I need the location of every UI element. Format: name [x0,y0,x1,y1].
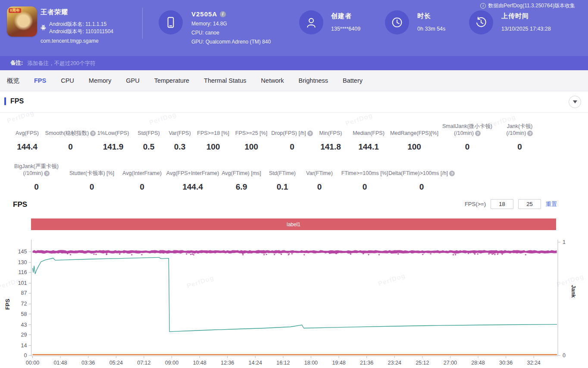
stat-1-low-fps: 1%Low(FPS)141.9 [93,130,133,152]
stat-value: 0 [363,182,367,192]
collapse-button[interactable] [569,96,581,108]
duration-label: 时长 [417,12,445,20]
stat-value: 141.9 [103,142,124,152]
creator-value: 135****6409 [331,26,360,32]
chevron-down-icon [573,100,577,103]
help-icon[interactable]: ? [307,131,313,136]
stat-value: 0 [140,182,144,192]
svg-text:145: 145 [18,249,27,255]
stat-value: 144.4 [17,142,38,152]
stat-value: 0.1 [277,182,288,192]
tab-battery[interactable]: Battery [343,77,363,84]
remark-input[interactable] [27,60,286,66]
svg-text:30:36: 30:36 [499,360,513,366]
device-model: V2505A [191,10,217,18]
device-icon [159,10,183,34]
tab-thermal-status[interactable]: Thermal Status [204,77,246,84]
help-icon[interactable]: ? [527,131,533,136]
stat-value: 144.1 [358,142,379,152]
stat-label: (/10min) [454,130,474,137]
tab-gpu[interactable]: GPU [126,77,139,84]
svg-text:58: 58 [21,311,27,317]
stat-value: 0 [419,182,424,192]
svg-text:72: 72 [21,301,27,307]
stat-value: 141.8 [320,142,341,152]
stat-min-fps: Min(FPS)141.8 [313,130,349,152]
stat-smalljank-微小卡顿: SmallJank(微小卡顿)(/10min)?0 [440,123,494,152]
help-icon[interactable]: ? [449,171,455,176]
header-divider [142,8,143,39]
svg-text:16:12: 16:12 [276,360,290,366]
help-icon[interactable]: ? [44,171,50,176]
creator-label: 创建者 [331,12,360,20]
stat-value: 100 [244,142,258,152]
stat-drop-fps-h: Drop(FPS) [/h]?0 [272,130,313,152]
stat-fps-25: FPS>=25 [%]100 [231,130,272,152]
stat-label: (/10min) [507,130,526,137]
stat-label: Drop(FPS) [/h] [271,130,306,137]
stat-label: MedRange(FPS)[%] [390,130,438,137]
reset-link[interactable]: 重置 [546,200,557,208]
tab-cpu[interactable]: CPU [61,77,74,84]
svg-text:10:48: 10:48 [193,360,206,366]
svg-text:14:24: 14:24 [249,360,262,366]
annotation-label-text: label1 [287,221,300,228]
svg-text:FPS: FPS [4,299,11,310]
fps-stats-row-1: Avg(FPS)144.4Smooth(稳帧指数)?01%Low(FPS)141… [6,119,545,152]
report-header: i 数据由PerfDog(11.3.250764)版本收集 8周年 王者荣耀 [0,0,588,56]
stat-avg-ftime-ms: Avg(FTime) [ms]6.9 [219,170,264,192]
stat-label: Avg(InterFrame) [122,170,162,177]
fps-chart[interactable]: 01429435872871011161301450100:0001:4803:… [0,236,588,368]
svg-text:28:48: 28:48 [471,360,485,366]
threshold-low-input[interactable] [491,199,513,209]
stat-label: (/10min) [23,170,43,177]
android-version-name: Android版本名: 11.1.1.15 [49,21,113,28]
chart-title: FPS [13,200,27,209]
stat-label: Avg(FPS) [16,130,39,137]
remark-bar: 备注: [0,56,588,70]
svg-text:23:24: 23:24 [388,360,401,366]
stat-label: Smooth(稳帧指数) [45,130,89,137]
svg-text:25:12: 25:12 [416,360,429,366]
tab-network[interactable]: Network [261,77,284,84]
duration-value: 0h 33m 54s [417,26,445,32]
stat-stutter-卡顿率: Stutter(卡顿率) [%]0 [66,170,117,192]
svg-text:14: 14 [21,343,27,349]
android-icon [41,24,46,32]
annotation-label-bar: label1 [31,218,556,230]
fps-threshold-controls: FPS(>=) 重置 [465,199,557,209]
stat-label: FPS>=18 [%] [197,130,229,137]
stat-label: Var(FPS) [169,130,191,137]
device-info-icon[interactable]: i [220,11,226,17]
svg-text:01:48: 01:48 [53,360,67,366]
upload-time-icon [469,10,493,34]
stat-value: 0 [68,142,73,152]
game-icon: 8周年 [7,6,37,37]
tab-temperature[interactable]: Temperature [154,77,189,84]
duration-icon [385,10,409,34]
threshold-high-input[interactable] [518,199,541,209]
upload-time-value: 13/10/2025 17:43:28 [501,26,551,32]
stat-value: 0 [34,182,39,192]
svg-text:21:36: 21:36 [360,360,373,366]
stat-var-ftime: Var(FTime)0 [300,170,338,192]
stat-label: Min(FPS) [319,130,342,137]
tab-概览[interactable]: 概览 [7,77,19,85]
stat-label: SmallJank(微小卡顿) [442,123,492,130]
svg-text:05:24: 05:24 [109,360,123,366]
upload-time-label: 上传时间 [501,12,551,20]
svg-text:0: 0 [24,352,27,359]
stat-value: 0.5 [143,142,154,152]
device-memory: Memory: 14.8G [191,21,271,27]
tab-brightness[interactable]: Brightness [299,77,328,84]
stat-label: Var(FTime) [306,170,333,177]
stat-avg-fps: Avg(FPS)144.4 [6,130,48,152]
package-name: com.tencent.tmgp.sgame [41,38,113,44]
help-icon[interactable]: ? [475,131,481,136]
tab-fps[interactable]: FPS [34,77,46,84]
svg-text:43: 43 [21,322,27,328]
stat-label: Jank(卡顿) [507,123,533,130]
tab-memory[interactable]: Memory [89,77,111,84]
svg-text:18:00: 18:00 [304,360,318,366]
svg-text:130: 130 [18,259,27,265]
